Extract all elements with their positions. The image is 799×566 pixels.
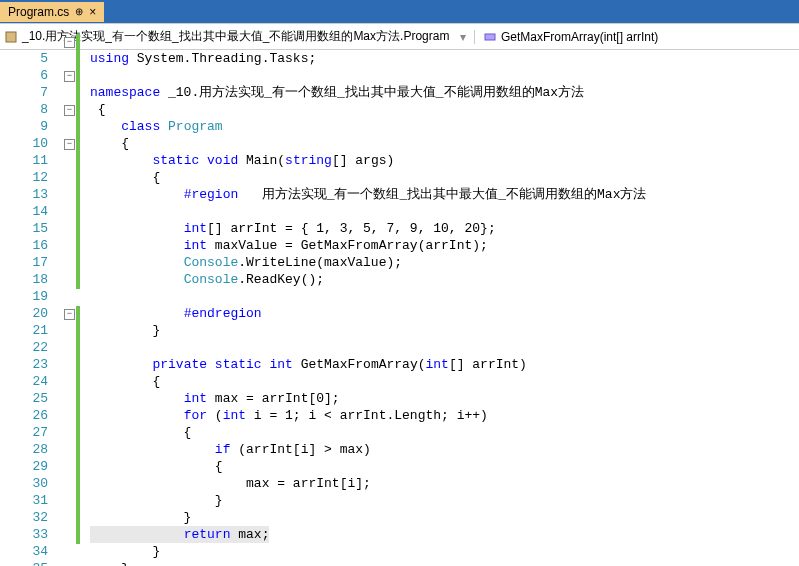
close-icon[interactable]: × xyxy=(89,5,96,19)
line-number: 20 xyxy=(0,305,48,322)
code-line[interactable]: { xyxy=(90,135,799,152)
code-line[interactable]: using System.Threading.Tasks; xyxy=(90,50,799,67)
svg-rect-0 xyxy=(6,32,16,42)
code-line[interactable]: int maxValue = GetMaxFromArray(arrInt); xyxy=(90,237,799,254)
code-line[interactable] xyxy=(90,203,799,220)
line-number: 22 xyxy=(0,339,48,356)
change-indicator xyxy=(76,408,80,425)
fold-toggle[interactable]: − xyxy=(64,139,75,150)
line-number: 7 xyxy=(0,84,48,101)
code-line[interactable] xyxy=(90,67,799,84)
line-number: 19 xyxy=(0,288,48,305)
line-number: 29 xyxy=(0,458,48,475)
line-number: 5 xyxy=(0,50,48,67)
editor: 5678910111213141516171819202122232425262… xyxy=(0,50,799,566)
line-number: 30 xyxy=(0,475,48,492)
code-line[interactable] xyxy=(90,339,799,356)
line-number: 25 xyxy=(0,390,48,407)
code-line[interactable]: #region 用方法实现_有一个数组_找出其中最大值_不能调用数组的Max方法 xyxy=(90,186,799,203)
code-line[interactable]: class Program xyxy=(90,118,799,135)
line-number: 18 xyxy=(0,271,48,288)
change-indicator xyxy=(76,306,80,323)
change-indicator xyxy=(76,68,80,85)
code-line[interactable]: int[] arrInt = { 1, 3, 5, 7, 9, 10, 20}; xyxy=(90,220,799,237)
line-number: 15 xyxy=(0,220,48,237)
line-number: 10 xyxy=(0,135,48,152)
code-line[interactable]: } xyxy=(90,492,799,509)
change-indicator xyxy=(76,272,80,289)
fold-toggle[interactable]: − xyxy=(64,105,75,116)
tab-bar: Program.cs ⊕ × xyxy=(0,0,799,24)
change-indicator xyxy=(76,85,80,102)
line-number: 8 xyxy=(0,101,48,118)
line-number: 6 xyxy=(0,67,48,84)
method-icon xyxy=(483,30,497,44)
scope-label: _10.用方法实现_有一个数组_找出其中最大值_不能调用数组的Max方法.Pro… xyxy=(22,28,449,45)
change-indicator xyxy=(76,527,80,544)
line-number: 14 xyxy=(0,203,48,220)
code-line[interactable]: { xyxy=(90,424,799,441)
change-indicator xyxy=(76,374,80,391)
method-label: GetMaxFromArray(int[] arrInt) xyxy=(501,30,658,44)
fold-toggle[interactable]: − xyxy=(64,37,75,48)
line-number: 17 xyxy=(0,254,48,271)
code-line[interactable]: { xyxy=(90,101,799,118)
line-number: 11 xyxy=(0,152,48,169)
line-number: 16 xyxy=(0,237,48,254)
code-line[interactable]: #endregion xyxy=(90,305,799,322)
code-line[interactable]: if (arrInt[i] > max) xyxy=(90,441,799,458)
change-indicator xyxy=(76,51,80,68)
pin-icon[interactable]: ⊕ xyxy=(75,6,83,17)
navigation-bar: _10.用方法实现_有一个数组_找出其中最大值_不能调用数组的Max方法.Pro… xyxy=(0,24,799,50)
line-number: 35 xyxy=(0,560,48,566)
change-indicator xyxy=(76,170,80,187)
line-number: 9 xyxy=(0,118,48,135)
change-indicator xyxy=(76,476,80,493)
change-indicator xyxy=(76,340,80,357)
line-number: 21 xyxy=(0,322,48,339)
change-indicator xyxy=(76,187,80,204)
change-indicator xyxy=(76,119,80,136)
change-indicator xyxy=(76,493,80,510)
code-line[interactable]: } xyxy=(90,509,799,526)
code-line[interactable]: } xyxy=(90,322,799,339)
code-line[interactable]: } xyxy=(90,560,799,566)
line-number: 27 xyxy=(0,424,48,441)
line-number: 12 xyxy=(0,169,48,186)
code-line[interactable]: max = arrInt[i]; xyxy=(90,475,799,492)
code-line[interactable]: for (int i = 1; i < arrInt.Length; i++) xyxy=(90,407,799,424)
change-indicator xyxy=(76,102,80,119)
code-line[interactable]: { xyxy=(90,373,799,390)
line-number-gutter: 5678910111213141516171819202122232425262… xyxy=(0,50,60,566)
change-indicator xyxy=(76,238,80,255)
fold-toggle[interactable]: − xyxy=(64,309,75,320)
dropdown-arrow-icon[interactable]: ▾ xyxy=(460,30,466,44)
change-indicator xyxy=(76,323,80,340)
change-indicator xyxy=(76,357,80,374)
code-area[interactable]: using System.Threading.Tasks;namespace _… xyxy=(60,50,799,566)
code-line[interactable]: return max; xyxy=(90,526,799,543)
code-line[interactable] xyxy=(90,288,799,305)
line-number: 33 xyxy=(0,526,48,543)
code-line[interactable]: { xyxy=(90,169,799,186)
code-line[interactable]: { xyxy=(90,458,799,475)
code-line[interactable]: Console.WriteLine(maxValue); xyxy=(90,254,799,271)
code-line[interactable]: int max = arrInt[0]; xyxy=(90,390,799,407)
code-line[interactable]: static void Main(string[] args) xyxy=(90,152,799,169)
change-indicator xyxy=(76,442,80,459)
svg-rect-1 xyxy=(485,34,495,40)
change-indicator xyxy=(76,204,80,221)
method-dropdown[interactable]: GetMaxFromArray(int[] arrInt) xyxy=(474,30,658,44)
code-line[interactable]: namespace _10.用方法实现_有一个数组_找出其中最大值_不能调用数组… xyxy=(90,84,799,101)
code-line[interactable]: private static int GetMaxFromArray(int[]… xyxy=(90,356,799,373)
line-number: 31 xyxy=(0,492,48,509)
class-icon xyxy=(4,30,18,44)
line-number: 28 xyxy=(0,441,48,458)
code-line[interactable]: Console.ReadKey(); xyxy=(90,271,799,288)
line-number: 34 xyxy=(0,543,48,560)
change-indicator xyxy=(76,425,80,442)
line-number: 32 xyxy=(0,509,48,526)
code-line[interactable]: } xyxy=(90,543,799,560)
file-tab[interactable]: Program.cs ⊕ × xyxy=(0,2,104,22)
fold-toggle[interactable]: − xyxy=(64,71,75,82)
